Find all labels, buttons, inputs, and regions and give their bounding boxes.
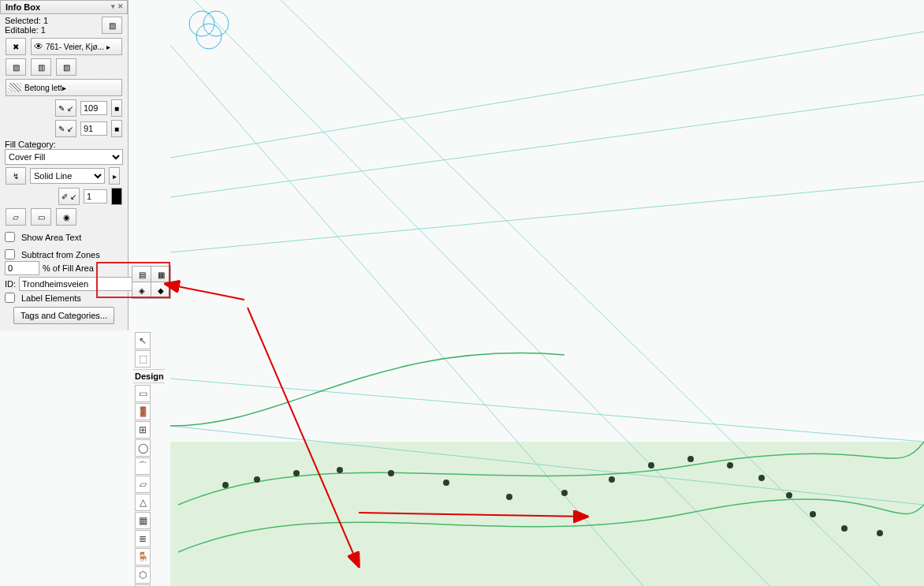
svg-line-36: [359, 513, 587, 517]
svg-line-34: [166, 284, 244, 300]
svg-line-35: [248, 308, 359, 566]
